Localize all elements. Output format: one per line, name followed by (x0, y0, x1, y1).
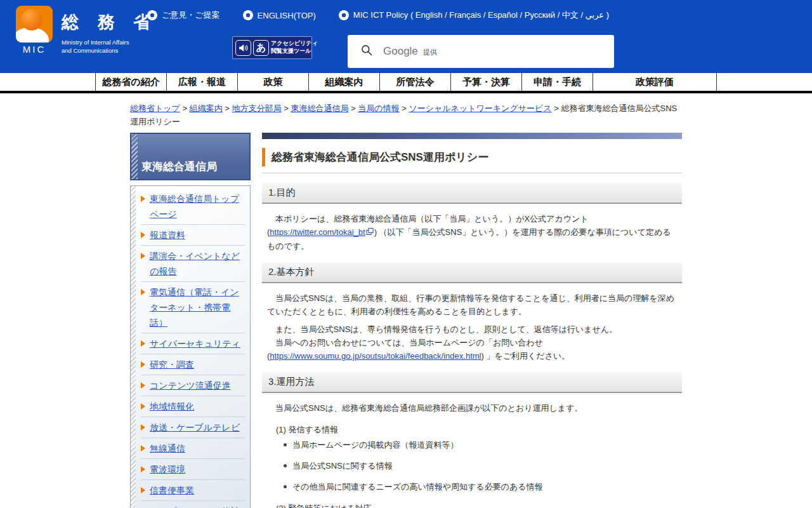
ministry-subtitle: Ministry of Internal Affairs and Communi… (62, 39, 157, 55)
triangle-right-icon (141, 466, 145, 472)
crumb-sns[interactable]: ソーシャルネットワーキングサービス (409, 104, 551, 113)
sidebar-item-radio-environment[interactable]: 電波環境 (141, 459, 245, 480)
triangle-right-icon (141, 445, 145, 451)
crumb-regional-bureaus[interactable]: 地方支分部局 (232, 104, 282, 113)
accessibility-tool-button[interactable]: あ アクセシビリティ 閲覧支援ツール (232, 36, 312, 59)
global-nav: 総務省の紹介 広報・報道 政策 組織案内 所管法令 予算・決算 申請・手続 政策… (0, 73, 812, 93)
policy-paragraph-2: また、当局公式SNSは、専ら情報発信を行うものとし、原則として、返信等は行いませ… (267, 323, 677, 336)
mic-logo[interactable]: MIC 総 務 省 Ministry of Internal Affairs a… (16, 6, 157, 55)
subsection-1-title: (1) 発信する情報 (276, 424, 677, 436)
nav-policy[interactable]: 政策 (237, 73, 308, 91)
sidebar-item-events[interactable]: 講演会・イベントなどの報告 (141, 246, 245, 282)
section-heading-policy: 2.基本方針 (262, 262, 682, 283)
triangle-right-icon (141, 340, 145, 347)
sidebar-header: 東海総合通信局 (130, 133, 251, 180)
logo-ball-shape (21, 9, 43, 30)
sidebar-title: 東海総合通信局 (141, 159, 217, 174)
search-placeholder-suffix: 提供 (423, 48, 437, 57)
list-item: 当局公式SNSに関する情報 (284, 459, 677, 472)
operation-paragraph: 当局公式SNSは、総務省東海総合通信局総務部企画課が以下のとおり運用します。 (267, 401, 677, 415)
search-icon (360, 44, 373, 59)
triangle-right-icon (141, 289, 145, 295)
sidebar-item-research[interactable]: 研究・調査 (141, 354, 245, 375)
twitter-link[interactable]: https://twitter.com/tokai_bt (270, 227, 365, 237)
policy-paragraph-1: 当局公式SNSは、当局の業務、取組、行事の更新情報等を発信することを通じ、利用者… (267, 291, 677, 318)
section-heading-operation: 3.運用方法 (262, 372, 682, 393)
nav-public-relations[interactable]: 広報・報道 (166, 73, 237, 91)
sidebar-item-regional-ict[interactable]: 地域情報化 (141, 396, 245, 417)
triangle-right-icon (141, 487, 145, 493)
triangle-right-icon (141, 361, 145, 368)
speaker-icon (235, 40, 251, 56)
ministry-title: 総 務 省 (62, 11, 157, 34)
list-item: 当局ホームページの掲載内容（報道資料等） (284, 438, 677, 451)
crumb-tokai-bureau[interactable]: 東海総合通信局 (291, 104, 348, 113)
nav-budget[interactable]: 予算・決算 (450, 73, 521, 91)
nav-laws[interactable]: 所管法令 (379, 73, 450, 91)
circle-bullet-icon (147, 10, 157, 20)
crumb-organization[interactable]: 組織案内 (190, 104, 223, 113)
triangle-right-icon (141, 232, 145, 238)
purpose-paragraph: 本ポリシーは、総務省東海総合通信局（以下「当局」という。）がX公式アカウント (… (267, 212, 677, 253)
external-link-icon (366, 226, 374, 239)
triangle-right-icon (141, 424, 145, 431)
section-heading-purpose: 1.目的 (262, 183, 682, 204)
english-link[interactable]: ENGLISH(TOP) (243, 10, 316, 20)
sidebar-menu: 東海総合通信局トップページ 報道資料 講演会・イベントなどの報告 電気通信（電話… (130, 185, 251, 508)
triangle-right-icon (141, 253, 145, 259)
sidebar-item-cybersecurity[interactable]: サイバーセキュリティ (141, 333, 245, 354)
hiragana-a-icon: あ (253, 40, 269, 56)
crumb-soumu-top[interactable]: 総務省トップ (130, 104, 180, 113)
search-input[interactable]: Google 提供 (348, 35, 614, 68)
triangle-right-icon (141, 196, 145, 202)
subsection-2-title: (2) 緊急時等における対応 (276, 503, 677, 508)
circle-bullet-icon (243, 10, 253, 20)
policy-paragraph-3: 当局へのお問い合わせについては、当局ホームページの「お問い合わせ (https:… (267, 336, 677, 363)
page-title: 総務省東海総合通信局公式SNS運用ポリシー (262, 148, 682, 166)
list-item: その他当局に関連するニーズの高い情報や周知する必要のある情報 (284, 480, 677, 493)
information-list: 当局ホームページの掲載内容（報道資料等） 当局公式SNSに関する情報 その他当局… (284, 438, 677, 493)
site-header: MIC 総 務 省 Ministry of Internal Affairs a… (0, 0, 812, 73)
sidebar-item-content[interactable]: コンテンツ流通促進 (141, 375, 245, 396)
content-top-gradient-bar (262, 133, 682, 139)
breadcrumb: 総務省トップ > 組織案内 > 地方支分部局 > 東海総合通信局 > 当局の情報… (130, 102, 683, 128)
sidebar: 東海総合通信局 東海総合通信局トップページ 報道資料 講演会・イベントなどの報告… (130, 133, 251, 508)
mic-logo-icon (16, 6, 53, 43)
nav-organization[interactable]: 組織案内 (308, 73, 379, 91)
nav-about-mic[interactable]: 総務省の紹介 (95, 73, 166, 91)
crumb-bureau-info[interactable]: 当局の情報 (358, 104, 399, 113)
feedback-link[interactable]: ご意見・ご提案 (147, 10, 220, 21)
header-links: ご意見・ご提案 ENGLISH(TOP) MIC ICT Policy ( En… (147, 10, 609, 21)
sidebar-item-top-page[interactable]: 東海総合通信局トップページ (141, 189, 245, 225)
accessibility-tool-label: アクセシビリティ 閲覧支援ツール (271, 40, 318, 55)
sidebar-item-correspondence[interactable]: 信書便事業 (141, 480, 245, 501)
contact-link[interactable]: https://www.soumu.go.jp/soutsu/tokai/fee… (270, 351, 481, 361)
title-divider (262, 173, 682, 173)
logo-mic-text: MIC (16, 44, 53, 55)
nav-application[interactable]: 申請・手続 (521, 73, 593, 91)
nav-policy-evaluation[interactable]: 政策評価 (593, 73, 717, 91)
search-placeholder-brand: Google (383, 45, 418, 58)
circle-bullet-icon (339, 10, 349, 20)
sidebar-item-open-data[interactable]: オープンデータ・統計 (141, 501, 245, 508)
sidebar-item-radio[interactable]: 無線通信 (141, 438, 245, 459)
sidebar-item-broadcast[interactable]: 放送・ケーブルテレビ (141, 417, 245, 438)
main-content: 総務省東海総合通信局公式SNS運用ポリシー 1.目的 本ポリシーは、総務省東海総… (262, 133, 682, 508)
ict-policy-link[interactable]: MIC ICT Policy ( English / Français / Es… (339, 10, 609, 21)
sidebar-item-telecom[interactable]: 電気通信（電話・インターネット・携帯電話） (141, 282, 245, 333)
triangle-right-icon (141, 403, 145, 410)
sidebar-item-press[interactable]: 報道資料 (141, 225, 245, 246)
triangle-right-icon (141, 382, 145, 389)
